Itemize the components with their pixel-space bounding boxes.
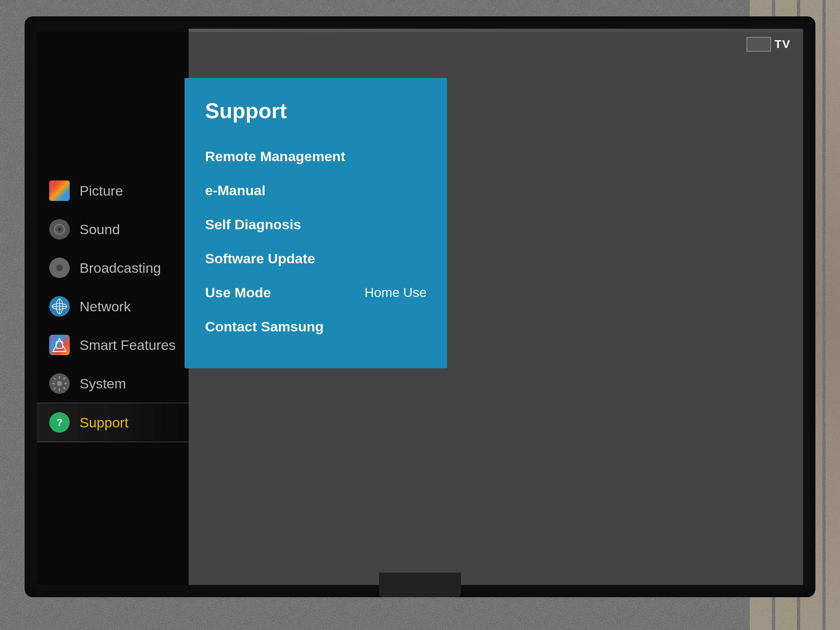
- sidebar-item-system[interactable]: System: [37, 364, 189, 403]
- sidebar-label-broadcasting: Broadcasting: [80, 260, 161, 276]
- smart-features-icon: [49, 335, 70, 355]
- support-item-remote-management-label: Remote Management: [205, 148, 345, 164]
- sidebar-item-support[interactable]: ? Support: [37, 403, 189, 442]
- support-item-use-mode-value: Home Use: [365, 285, 427, 300]
- svg-point-13: [57, 381, 62, 386]
- tv-bezel: TV Picture Sound: [25, 16, 815, 597]
- svg-marker-10: [53, 338, 66, 352]
- sidebar-label-sound: Sound: [80, 221, 120, 237]
- tv-logo-icon: [746, 37, 771, 52]
- support-item-software-update-label: Software Update: [205, 251, 315, 267]
- network-icon: [49, 296, 70, 317]
- support-panel-title: Support: [205, 98, 427, 123]
- sidebar-label-smart-features: Smart Features: [80, 337, 176, 353]
- sidebar-item-picture[interactable]: Picture: [37, 171, 189, 210]
- support-item-contact-samsung[interactable]: Contact Samsung: [205, 310, 427, 344]
- sound-icon: [49, 219, 70, 240]
- sidebar-label-system: System: [80, 376, 126, 392]
- support-item-contact-samsung-label: Contact Samsung: [205, 319, 324, 335]
- system-icon: [49, 373, 70, 394]
- svg-point-3: [56, 265, 63, 271]
- sidebar-label-picture: Picture: [80, 183, 123, 199]
- sidebar-label-support: Support: [80, 415, 128, 431]
- broadcasting-icon: [49, 258, 70, 278]
- picture-icon: [49, 180, 70, 201]
- support-item-remote-management[interactable]: Remote Management: [205, 139, 427, 173]
- tv-screen: TV Picture Sound: [37, 29, 803, 585]
- svg-point-1: [58, 228, 61, 231]
- sidebar-item-sound[interactable]: Sound: [37, 210, 189, 249]
- support-item-self-diagnosis-label: Self Diagnosis: [205, 217, 301, 233]
- support-panel: Support Remote Management e-Manual Self …: [185, 78, 447, 368]
- support-item-software-update[interactable]: Software Update: [205, 242, 427, 276]
- support-item-use-mode-label: Use Mode: [205, 285, 271, 301]
- support-item-e-manual-label: e-Manual: [205, 183, 265, 199]
- sidebar-label-network: Network: [80, 299, 131, 315]
- svg-text:?: ?: [57, 417, 63, 428]
- sidebar-item-broadcasting[interactable]: Broadcasting: [37, 249, 189, 287]
- support-item-self-diagnosis[interactable]: Self Diagnosis: [205, 208, 427, 242]
- sidebar-item-network[interactable]: Network: [37, 287, 189, 326]
- tv-background: TV Picture Sound: [0, 0, 840, 630]
- sidebar-item-smart-features[interactable]: Smart Features: [37, 326, 189, 364]
- tv-label-text: TV: [774, 38, 791, 51]
- tv-label-area: TV: [746, 37, 791, 52]
- sidebar-menu: Picture Sound: [37, 29, 189, 585]
- tv-stand: [379, 573, 461, 597]
- support-icon: ?: [49, 412, 70, 433]
- support-item-e-manual[interactable]: e-Manual: [205, 173, 427, 208]
- blind-strip-4: [826, 0, 840, 630]
- support-item-use-mode[interactable]: Use Mode Home Use: [205, 276, 427, 310]
